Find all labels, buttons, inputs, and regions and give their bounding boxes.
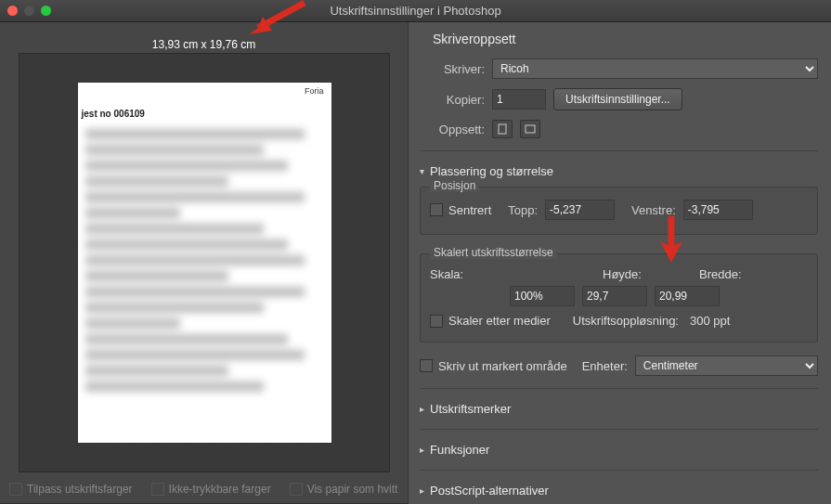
- print-selected-area-checkbox[interactable]: Skriv ut markert område: [420, 359, 567, 373]
- height-label: Høyde:: [603, 267, 668, 281]
- show-paper-white-checkbox: Vis papir som hvitt: [290, 483, 398, 496]
- copies-input[interactable]: [492, 89, 546, 110]
- printer-select[interactable]: Ricoh: [492, 58, 818, 79]
- resolution-label: Utskriftsoppløsning:: [573, 314, 679, 328]
- left-input[interactable]: [683, 200, 753, 220]
- chevron-right-icon: ▸: [420, 485, 424, 496]
- preview-footer-options: Tilpass utskriftsfarger Ikke-trykkbare f…: [9, 483, 397, 496]
- svg-rect-1: [526, 125, 535, 133]
- print-settings-button[interactable]: Utskriftsinnstillinger...: [553, 88, 682, 110]
- position-title: Posisjon: [430, 179, 479, 192]
- orientation-landscape-icon[interactable]: [520, 120, 540, 138]
- units-select[interactable]: Centimeter: [635, 355, 818, 376]
- scale-label: Skala:: [430, 267, 486, 281]
- placement-section-title: Plassering og størrelse: [430, 164, 553, 178]
- window-controls: [7, 6, 51, 16]
- functions-toggle[interactable]: ▸ Funksjoner: [420, 443, 818, 457]
- svg-rect-0: [499, 124, 506, 134]
- position-fieldset: Posisjon Sentrert Topp: Venstre:: [420, 187, 818, 235]
- resolution-value: 300 ppt: [690, 314, 730, 328]
- centered-checkbox[interactable]: Sentrert: [430, 203, 491, 217]
- width-input[interactable]: [655, 286, 720, 306]
- chevron-right-icon: ▸: [420, 445, 424, 455]
- settings-panel: Skriveroppsett Skriver: Ricoh Kopier: Ut…: [408, 22, 831, 504]
- printer-label: Skriver:: [420, 62, 485, 76]
- titlebar: Utskriftsinnstillinger i Photoshop: [0, 0, 831, 22]
- doc-blurred-body: [78, 83, 331, 405]
- window-title: Utskriftsinnstillinger i Photoshop: [0, 4, 831, 18]
- printer-setup-title: Skriveroppsett: [433, 32, 818, 46]
- close-button[interactable]: [7, 6, 18, 16]
- minimize-button: [24, 6, 34, 16]
- left-label: Venstre:: [631, 203, 676, 217]
- placement-section-toggle[interactable]: ▾ Plassering og størrelse: [420, 164, 818, 178]
- scale-input[interactable]: [510, 286, 575, 306]
- width-label: Bredde:: [699, 267, 742, 281]
- orientation-portrait-icon[interactable]: [492, 120, 513, 138]
- print-marks-toggle[interactable]: ▸ Utskriftsmerker: [420, 402, 818, 416]
- postscript-toggle[interactable]: ▸ PostScript-alternativer: [420, 484, 818, 498]
- copies-label: Kopier:: [420, 93, 485, 107]
- preview-canvas: Foria jest no 006109: [19, 53, 390, 472]
- preview-page: Foria jest no 006109: [78, 83, 331, 443]
- top-label: Topp:: [508, 203, 538, 217]
- zoom-button[interactable]: [41, 6, 51, 16]
- units-label: Enheter:: [582, 359, 628, 373]
- chevron-down-icon: ▾: [420, 166, 424, 176]
- scale-to-media-checkbox[interactable]: Skaler etter medier: [430, 314, 551, 328]
- height-input[interactable]: [582, 286, 647, 306]
- preview-dimensions: 13,93 cm x 19,76 cm: [0, 38, 408, 51]
- chevron-right-icon: ▸: [420, 404, 424, 414]
- scaled-size-title: Skalert utskriftsstørrelse: [430, 246, 557, 259]
- scaled-size-fieldset: Skalert utskriftsstørrelse Skala: Høyde:…: [420, 253, 818, 342]
- top-input[interactable]: [545, 200, 615, 220]
- adjust-print-colors-checkbox: Tilpass utskriftsfarger: [9, 483, 133, 496]
- preview-panel: 13,93 cm x 19,76 cm Foria jest no 006109: [0, 22, 408, 504]
- layout-label: Oppsett:: [420, 123, 485, 136]
- nonprint-colors-checkbox: Ikke-trykkbare farger: [151, 483, 271, 496]
